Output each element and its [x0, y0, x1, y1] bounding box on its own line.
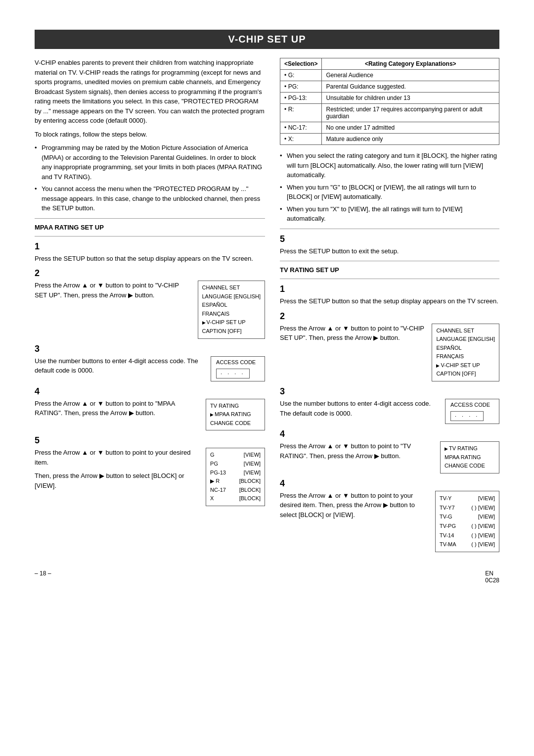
tv-step3-text: Use the number buttons to enter 4-digit …: [280, 399, 438, 422]
mpaa-step4-num: 4: [35, 386, 265, 397]
table-row: • NC-17: No one under 17 admitted: [280, 122, 499, 134]
rating-table: <Selection> <Rating Category Explanation…: [280, 58, 499, 145]
mpaa-step4-menu: TV RATING MPAA RATING CHANGE CODE: [206, 399, 265, 431]
intro-p2: To block ratings, follow the steps below…: [35, 130, 265, 140]
right-bullet-3: When you turn "X" to [VIEW], the all rat…: [280, 204, 499, 224]
tv-step1-num: 1: [280, 284, 499, 294]
mpaa-step5-row: Press the Arrow ▲ or ▼ button to point t…: [35, 448, 265, 506]
table-row: • PG: Parental Guidance suggested.: [280, 81, 499, 93]
table-row: • X: Mature audience only: [280, 134, 499, 145]
tv-step4b-num: 4: [280, 478, 499, 489]
mpaa-access-dots: · · · ·: [216, 369, 249, 378]
mpaa-step2-num: 2: [35, 268, 265, 279]
mpaa-step5-num: 5: [35, 435, 265, 446]
tv-step4b-row: Press the Arrow ▲ or ▼ button to point t…: [280, 491, 499, 552]
tv-step1-text: Press the SETUP button so that the setup…: [280, 296, 499, 306]
mpaa-step1-text: Press the SETUP button so that the setup…: [35, 254, 265, 264]
table-row: • R: Restricted; under 17 requires accom…: [280, 104, 499, 122]
footer-code: 0C28: [485, 577, 499, 584]
mpaa-step2-row: Press the Arrow ▲ or ▼ button to point t…: [35, 281, 265, 339]
left-column: V-CHIP enables parents to prevent their …: [35, 58, 265, 555]
mpaa-step3-row: Use the number buttons to enter 4-digit …: [35, 356, 265, 381]
right-bullet-2: When you turn "G" to [BLOCK] or [VIEW], …: [280, 183, 499, 202]
tv-step2-num: 2: [280, 311, 499, 322]
tv-step4a-row: Press the Arrow ▲ or ▼ button to point t…: [280, 441, 499, 473]
tv-step4a-num: 4: [280, 429, 499, 439]
mpaa-heading: MPAA RATING SET UP: [35, 224, 265, 231]
intro-bullet-2: You cannot access the menu when the "PRO…: [35, 184, 265, 213]
tv-step2-text: Press the Arrow ▲ or ▼ button to point t…: [280, 324, 425, 347]
mpaa-step4-row: Press the Arrow ▲ or ▼ button to point t…: [35, 399, 265, 431]
mpaa-step5-menu: G[VIEW] PG[VIEW] PG-13[VIEW] ▶ R[BLOCK] …: [206, 448, 265, 506]
page-title: V-CHIP SET UP: [35, 30, 499, 49]
mpaa-step4-text: Press the Arrow ▲ or ▼ button to point t…: [35, 399, 199, 422]
tv-step2-row: Press the Arrow ▲ or ▼ button to point t…: [280, 324, 499, 382]
right-column: <Selection> <Rating Category Explanation…: [280, 58, 499, 555]
col-selection: <Selection>: [280, 58, 322, 70]
tv-step4b-menu: TV-Y[VIEW] TV-Y7( ) [VIEW] TV-G[VIEW] TV…: [435, 491, 499, 552]
tv-step3-num: 3: [280, 386, 499, 397]
mpaa-step5-text: Press the Arrow ▲ or ▼ button to point t…: [35, 448, 199, 494]
right-step5-text: Press the SETUP button to exit the setup…: [280, 246, 499, 256]
footer-right: EN 0C28: [485, 570, 499, 584]
intro-bullet-1: Programming may be rated by the Motion P…: [35, 143, 265, 182]
table-row: • PG-13: Unsuitable for children under 1…: [280, 93, 499, 104]
tv-step4b-text: Press the Arrow ▲ or ▼ button to point t…: [280, 491, 428, 524]
tv-step3-access-box: ACCESS CODE · · · ·: [445, 399, 499, 424]
tv-step4a-menu: TV RATING MPAA RATING CHANGE CODE: [440, 441, 499, 473]
tv-heading: TV RATING SET UP: [280, 266, 499, 274]
tv-step2-menu: CHANNEL SET LANGUAGE [ENGLISH] ESPAÑOL F…: [432, 324, 499, 382]
tv-step4a-text: Press the Arrow ▲ or ▼ button to point t…: [280, 441, 433, 465]
right-bullet-1: When you select the rating category and …: [280, 151, 499, 180]
right-step5-num: 5: [280, 234, 499, 244]
right-bullets: When you select the rating category and …: [280, 151, 499, 224]
mpaa-step2-text: Press the Arrow ▲ or ▼ button to point t…: [35, 281, 191, 304]
page-number: – 18 –: [35, 570, 51, 584]
col-explanation: <Rating Category Explanations>: [322, 58, 499, 70]
footer-lang: EN: [485, 570, 493, 577]
table-row: • G: General Audience: [280, 70, 499, 81]
mpaa-step3-access-box: ACCESS CODE · · · ·: [211, 356, 265, 381]
tv-access-dots: · · · ·: [450, 411, 484, 421]
mpaa-step3-num: 3: [35, 344, 265, 354]
mpaa-step2-menu: CHANNEL SET LANGUAGE [ENGLISH] ESPAÑOL F…: [198, 281, 266, 339]
page-footer: – 18 – EN 0C28: [35, 570, 499, 584]
mpaa-step1-num: 1: [35, 241, 265, 252]
mpaa-step3-text: Use the number buttons to enter 4-digit …: [35, 356, 204, 379]
tv-step3-row: Use the number buttons to enter 4-digit …: [280, 399, 499, 424]
intro-p1: V-CHIP enables parents to prevent their …: [35, 58, 265, 126]
intro-bullets: Programming may be rated by the Motion P…: [35, 143, 265, 213]
